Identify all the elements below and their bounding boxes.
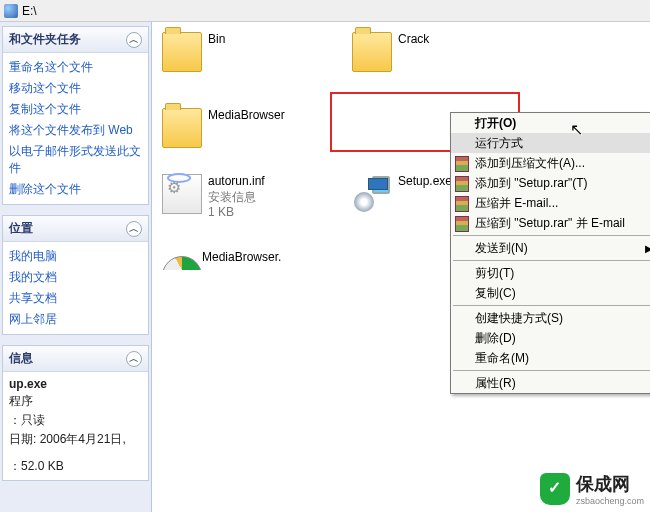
submenu-arrow-icon: ▶ — [645, 243, 650, 254]
menu-separator — [453, 235, 650, 236]
folder-icon — [162, 108, 202, 148]
file-tasks-title: 和文件夹任务 — [9, 31, 81, 48]
task-move[interactable]: 移动这个文件 — [9, 78, 142, 99]
file-name: autorun.inf — [208, 174, 265, 190]
archive-icon — [455, 156, 469, 170]
installer-icon — [352, 174, 392, 214]
menu-send-to[interactable]: 发送到(N)▶ — [451, 238, 650, 258]
folder-item[interactable]: MediaBrowser — [162, 108, 312, 164]
task-pane: 和文件夹任务 ︿ 重命名这个文件 移动这个文件 复制这个文件 将这个文件发布到 … — [0, 22, 152, 512]
app-icon — [162, 250, 202, 290]
address-bar[interactable]: E:\ — [0, 0, 650, 22]
watermark-text: 保成网 — [576, 472, 644, 496]
details-panel: 信息 ︿ up.exe 程序 ：只读 日期: 2006年4月21日, ：52.0… — [2, 345, 149, 481]
task-rename[interactable]: 重命名这个文件 — [9, 57, 142, 78]
file-tasks-panel: 和文件夹任务 ︿ 重命名这个文件 移动这个文件 复制这个文件 将这个文件发布到 … — [2, 26, 149, 205]
watermark: 保成网 zsbaocheng.com — [540, 472, 644, 506]
menu-add-archive[interactable]: 添加到压缩文件(A)... — [451, 153, 650, 173]
inf-file-icon — [162, 174, 202, 214]
details-type: 程序 — [9, 392, 142, 411]
file-name: MediaBrowser. — [202, 250, 281, 266]
menu-separator — [453, 260, 650, 261]
menu-run-as[interactable]: 运行方式 — [451, 133, 650, 153]
menu-shortcut[interactable]: 创建快捷方式(S) — [451, 308, 650, 328]
folder-item[interactable]: Bin — [162, 32, 332, 88]
task-email[interactable]: 以电子邮件形式发送此文件 — [9, 141, 142, 179]
menu-rename[interactable]: 重命名(M) — [451, 348, 650, 368]
context-menu: 打开(O) 运行方式 添加到压缩文件(A)... 添加到 "Setup.rar"… — [450, 112, 650, 394]
places-panel: 位置 ︿ 我的电脑 我的文档 共享文档 网上邻居 — [2, 215, 149, 335]
menu-open[interactable]: 打开(O) — [451, 113, 650, 133]
menu-add-setup-rar[interactable]: 添加到 "Setup.rar"(T) — [451, 173, 650, 193]
file-item-inf[interactable]: autorun.inf 安装信息 1 KB — [162, 174, 332, 230]
menu-properties[interactable]: 属性(R) — [451, 373, 650, 393]
file-name: Setup.exe — [398, 174, 452, 190]
chevron-up-icon[interactable]: ︿ — [126, 351, 142, 367]
folder-name: MediaBrowser — [208, 108, 285, 124]
watermark-url: zsbaocheng.com — [576, 496, 644, 506]
file-tasks-header[interactable]: 和文件夹任务 ︿ — [3, 27, 148, 53]
task-publish-web[interactable]: 将这个文件发布到 Web — [9, 120, 142, 141]
task-copy[interactable]: 复制这个文件 — [9, 99, 142, 120]
menu-copy[interactable]: 复制(C) — [451, 283, 650, 303]
folder-item[interactable]: Crack — [352, 32, 522, 88]
file-type: 安装信息 — [208, 190, 265, 206]
archive-icon — [455, 196, 469, 210]
details-attr: ：只读 — [9, 411, 142, 430]
details-header[interactable]: 信息 ︿ — [3, 346, 148, 372]
address-path: E:\ — [22, 4, 37, 18]
shield-icon — [540, 473, 570, 505]
place-shared[interactable]: 共享文档 — [9, 288, 142, 309]
menu-cut[interactable]: 剪切(T) — [451, 263, 650, 283]
chevron-up-icon[interactable]: ︿ — [126, 221, 142, 237]
details-date: 日期: 2006年4月21日, — [9, 430, 142, 449]
details-filename: up.exe — [9, 377, 47, 391]
file-size: 1 KB — [208, 205, 265, 221]
folder-name: Crack — [398, 32, 429, 48]
menu-separator — [453, 370, 650, 371]
places-title: 位置 — [9, 220, 33, 237]
place-network[interactable]: 网上邻居 — [9, 309, 142, 330]
details-title: 信息 — [9, 350, 33, 367]
file-item-mediabrowser[interactable]: MediaBrowser. — [162, 250, 312, 306]
menu-compress-email[interactable]: 压缩并 E-mail... — [451, 193, 650, 213]
place-mycomputer[interactable]: 我的电脑 — [9, 246, 142, 267]
task-delete[interactable]: 删除这个文件 — [9, 179, 142, 200]
archive-icon — [455, 176, 469, 190]
folder-icon — [352, 32, 392, 72]
menu-compress-setup-email[interactable]: 压缩到 "Setup.rar" 并 E-mail — [451, 213, 650, 233]
details-size: ：52.0 KB — [9, 457, 142, 476]
chevron-up-icon[interactable]: ︿ — [126, 32, 142, 48]
archive-icon — [455, 216, 469, 230]
folder-name: Bin — [208, 32, 225, 48]
place-mydocs[interactable]: 我的文档 — [9, 267, 142, 288]
drive-icon — [4, 4, 18, 18]
places-header[interactable]: 位置 ︿ — [3, 216, 148, 242]
menu-separator — [453, 305, 650, 306]
menu-delete[interactable]: 删除(D) — [451, 328, 650, 348]
folder-icon — [162, 32, 202, 72]
